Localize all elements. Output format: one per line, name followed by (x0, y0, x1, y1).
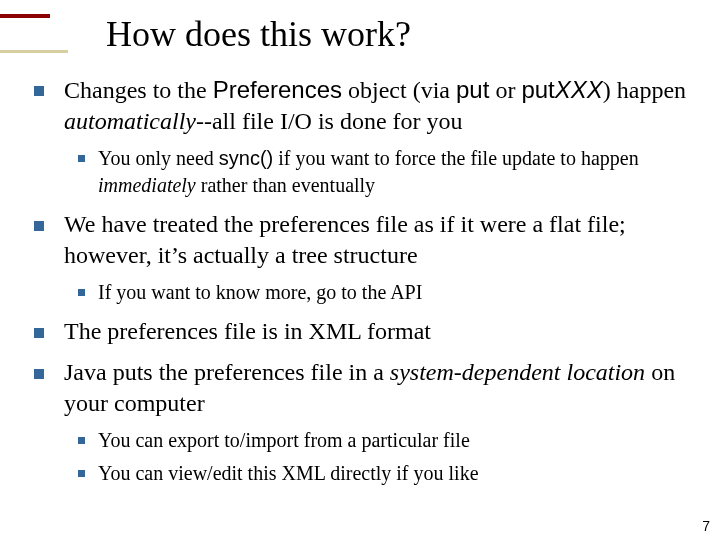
bullet-3: The preferences file is in XML format (28, 316, 698, 347)
text: Changes to the (64, 77, 213, 103)
text: object (via (342, 77, 456, 103)
text: ) happen (603, 77, 686, 103)
bullet-4: Java puts the preferences file in a syst… (28, 357, 698, 487)
text: We have treated the preferences file as … (64, 211, 626, 268)
bullet-2: We have treated the preferences file as … (28, 209, 698, 306)
code-preferences: Preferences (213, 76, 342, 103)
sub-bullet: If you want to know more, go to the API (64, 279, 698, 306)
text: You only need (98, 147, 219, 169)
code-put: put (456, 76, 489, 103)
text: You can view/edit this XML directly if y… (98, 462, 479, 484)
text: Java puts the preferences file in a (64, 359, 390, 385)
page-number: 7 (702, 518, 710, 534)
sub-bullet: You can view/edit this XML directly if y… (64, 460, 698, 487)
title-rule-accent (0, 14, 50, 18)
code-sync: sync() (219, 147, 273, 169)
text-ital: automatically (64, 108, 196, 134)
text: or (489, 77, 521, 103)
text: --all file I/O is done for you (196, 108, 463, 134)
sub-list: If you want to know more, go to the API (64, 279, 698, 306)
title-underline-accent (0, 50, 68, 53)
text-ital: system-dependent location (390, 359, 645, 385)
slide-title: How does this work? (106, 12, 411, 56)
text: rather than eventually (196, 174, 375, 196)
text: The preferences file is in XML format (64, 318, 431, 344)
slide: How does this work? Changes to the Prefe… (0, 0, 720, 540)
sub-list: You only need sync() if you want to forc… (64, 145, 698, 199)
sub-bullet: You only need sync() if you want to forc… (64, 145, 698, 199)
bullet-1: Changes to the Preferences object (via p… (28, 74, 698, 199)
sub-bullet: You can export to/import from a particul… (64, 427, 698, 454)
sub-list: You can export to/import from a particul… (64, 427, 698, 487)
text-ital: immediately (98, 174, 196, 196)
text: You can export to/import from a particul… (98, 429, 470, 451)
code-putxxx-ital: XXX (555, 76, 603, 103)
code-putxxx: put (521, 76, 554, 103)
bullet-list: Changes to the Preferences object (via p… (28, 74, 698, 487)
text: If you want to know more, go to the API (98, 281, 422, 303)
text: if you want to force the file update to … (273, 147, 638, 169)
slide-body: Changes to the Preferences object (via p… (28, 74, 698, 497)
